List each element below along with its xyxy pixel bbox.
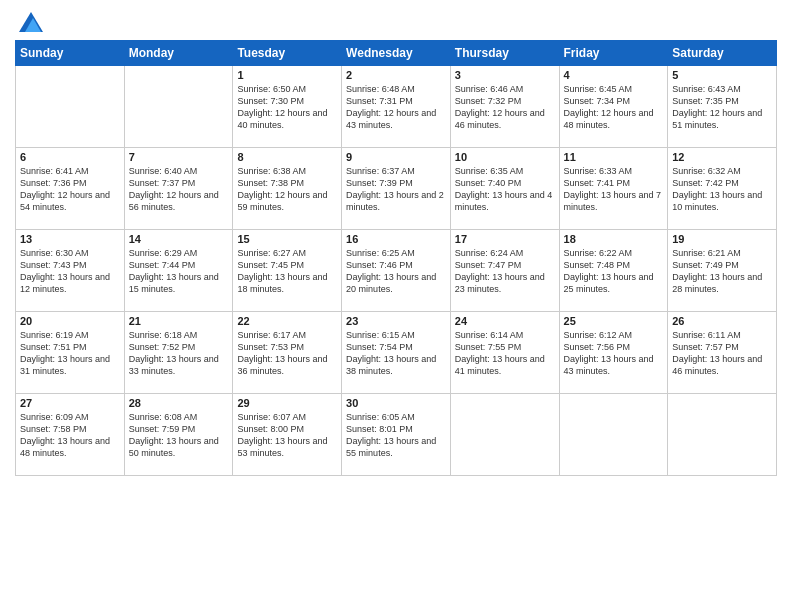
day-info: Sunrise: 6:14 AM Sunset: 7:55 PM Dayligh… — [455, 329, 555, 378]
day-info: Sunrise: 6:43 AM Sunset: 7:35 PM Dayligh… — [672, 83, 772, 132]
calendar-cell: 26Sunrise: 6:11 AM Sunset: 7:57 PM Dayli… — [668, 312, 777, 394]
day-number: 5 — [672, 69, 772, 81]
day-number: 20 — [20, 315, 120, 327]
calendar-cell: 29Sunrise: 6:07 AM Sunset: 8:00 PM Dayli… — [233, 394, 342, 476]
day-info: Sunrise: 6:35 AM Sunset: 7:40 PM Dayligh… — [455, 165, 555, 214]
day-number: 29 — [237, 397, 337, 409]
day-number: 1 — [237, 69, 337, 81]
day-info: Sunrise: 6:45 AM Sunset: 7:34 PM Dayligh… — [564, 83, 664, 132]
day-number: 21 — [129, 315, 229, 327]
day-number: 4 — [564, 69, 664, 81]
day-info: Sunrise: 6:05 AM Sunset: 8:01 PM Dayligh… — [346, 411, 446, 460]
day-number: 15 — [237, 233, 337, 245]
week-row-2: 13Sunrise: 6:30 AM Sunset: 7:43 PM Dayli… — [16, 230, 777, 312]
calendar-cell: 17Sunrise: 6:24 AM Sunset: 7:47 PM Dayli… — [450, 230, 559, 312]
weekday-header-wednesday: Wednesday — [342, 41, 451, 66]
day-number: 28 — [129, 397, 229, 409]
day-number: 14 — [129, 233, 229, 245]
day-number: 10 — [455, 151, 555, 163]
day-info: Sunrise: 6:15 AM Sunset: 7:54 PM Dayligh… — [346, 329, 446, 378]
day-info: Sunrise: 6:38 AM Sunset: 7:38 PM Dayligh… — [237, 165, 337, 214]
weekday-header-friday: Friday — [559, 41, 668, 66]
calendar-cell: 4Sunrise: 6:45 AM Sunset: 7:34 PM Daylig… — [559, 66, 668, 148]
weekday-header-sunday: Sunday — [16, 41, 125, 66]
page: SundayMondayTuesdayWednesdayThursdayFrid… — [0, 0, 792, 612]
header — [15, 10, 777, 32]
calendar-cell: 13Sunrise: 6:30 AM Sunset: 7:43 PM Dayli… — [16, 230, 125, 312]
calendar-cell: 15Sunrise: 6:27 AM Sunset: 7:45 PM Dayli… — [233, 230, 342, 312]
calendar-cell — [16, 66, 125, 148]
calendar-cell: 9Sunrise: 6:37 AM Sunset: 7:39 PM Daylig… — [342, 148, 451, 230]
week-row-1: 6Sunrise: 6:41 AM Sunset: 7:36 PM Daylig… — [16, 148, 777, 230]
calendar-cell: 7Sunrise: 6:40 AM Sunset: 7:37 PM Daylig… — [124, 148, 233, 230]
calendar-cell: 6Sunrise: 6:41 AM Sunset: 7:36 PM Daylig… — [16, 148, 125, 230]
day-info: Sunrise: 6:08 AM Sunset: 7:59 PM Dayligh… — [129, 411, 229, 460]
day-number: 24 — [455, 315, 555, 327]
day-info: Sunrise: 6:48 AM Sunset: 7:31 PM Dayligh… — [346, 83, 446, 132]
day-number: 2 — [346, 69, 446, 81]
calendar-cell: 1Sunrise: 6:50 AM Sunset: 7:30 PM Daylig… — [233, 66, 342, 148]
weekday-header-row: SundayMondayTuesdayWednesdayThursdayFrid… — [16, 41, 777, 66]
day-info: Sunrise: 6:12 AM Sunset: 7:56 PM Dayligh… — [564, 329, 664, 378]
weekday-header-monday: Monday — [124, 41, 233, 66]
calendar-cell: 14Sunrise: 6:29 AM Sunset: 7:44 PM Dayli… — [124, 230, 233, 312]
day-number: 22 — [237, 315, 337, 327]
calendar-cell: 28Sunrise: 6:08 AM Sunset: 7:59 PM Dayli… — [124, 394, 233, 476]
week-row-0: 1Sunrise: 6:50 AM Sunset: 7:30 PM Daylig… — [16, 66, 777, 148]
day-info: Sunrise: 6:21 AM Sunset: 7:49 PM Dayligh… — [672, 247, 772, 296]
day-info: Sunrise: 6:24 AM Sunset: 7:47 PM Dayligh… — [455, 247, 555, 296]
calendar-cell: 20Sunrise: 6:19 AM Sunset: 7:51 PM Dayli… — [16, 312, 125, 394]
calendar-cell — [668, 394, 777, 476]
day-info: Sunrise: 6:50 AM Sunset: 7:30 PM Dayligh… — [237, 83, 337, 132]
day-info: Sunrise: 6:27 AM Sunset: 7:45 PM Dayligh… — [237, 247, 337, 296]
calendar-cell: 25Sunrise: 6:12 AM Sunset: 7:56 PM Dayli… — [559, 312, 668, 394]
calendar-cell: 11Sunrise: 6:33 AM Sunset: 7:41 PM Dayli… — [559, 148, 668, 230]
calendar-cell: 22Sunrise: 6:17 AM Sunset: 7:53 PM Dayli… — [233, 312, 342, 394]
calendar-cell — [124, 66, 233, 148]
calendar-cell — [559, 394, 668, 476]
day-info: Sunrise: 6:40 AM Sunset: 7:37 PM Dayligh… — [129, 165, 229, 214]
calendar-cell: 27Sunrise: 6:09 AM Sunset: 7:58 PM Dayli… — [16, 394, 125, 476]
weekday-header-tuesday: Tuesday — [233, 41, 342, 66]
day-info: Sunrise: 6:25 AM Sunset: 7:46 PM Dayligh… — [346, 247, 446, 296]
calendar-cell: 21Sunrise: 6:18 AM Sunset: 7:52 PM Dayli… — [124, 312, 233, 394]
day-info: Sunrise: 6:41 AM Sunset: 7:36 PM Dayligh… — [20, 165, 120, 214]
day-number: 16 — [346, 233, 446, 245]
calendar: SundayMondayTuesdayWednesdayThursdayFrid… — [15, 40, 777, 476]
calendar-cell: 19Sunrise: 6:21 AM Sunset: 7:49 PM Dayli… — [668, 230, 777, 312]
day-number: 11 — [564, 151, 664, 163]
day-info: Sunrise: 6:07 AM Sunset: 8:00 PM Dayligh… — [237, 411, 337, 460]
day-number: 12 — [672, 151, 772, 163]
calendar-cell: 24Sunrise: 6:14 AM Sunset: 7:55 PM Dayli… — [450, 312, 559, 394]
day-number: 6 — [20, 151, 120, 163]
logo-icon — [19, 12, 43, 32]
day-number: 3 — [455, 69, 555, 81]
day-info: Sunrise: 6:17 AM Sunset: 7:53 PM Dayligh… — [237, 329, 337, 378]
day-info: Sunrise: 6:33 AM Sunset: 7:41 PM Dayligh… — [564, 165, 664, 214]
week-row-4: 27Sunrise: 6:09 AM Sunset: 7:58 PM Dayli… — [16, 394, 777, 476]
calendar-cell — [450, 394, 559, 476]
day-info: Sunrise: 6:32 AM Sunset: 7:42 PM Dayligh… — [672, 165, 772, 214]
calendar-cell: 10Sunrise: 6:35 AM Sunset: 7:40 PM Dayli… — [450, 148, 559, 230]
day-number: 9 — [346, 151, 446, 163]
weekday-header-thursday: Thursday — [450, 41, 559, 66]
day-number: 13 — [20, 233, 120, 245]
day-info: Sunrise: 6:37 AM Sunset: 7:39 PM Dayligh… — [346, 165, 446, 214]
day-number: 26 — [672, 315, 772, 327]
day-number: 17 — [455, 233, 555, 245]
calendar-cell: 12Sunrise: 6:32 AM Sunset: 7:42 PM Dayli… — [668, 148, 777, 230]
day-info: Sunrise: 6:30 AM Sunset: 7:43 PM Dayligh… — [20, 247, 120, 296]
day-info: Sunrise: 6:11 AM Sunset: 7:57 PM Dayligh… — [672, 329, 772, 378]
day-number: 19 — [672, 233, 772, 245]
calendar-cell: 8Sunrise: 6:38 AM Sunset: 7:38 PM Daylig… — [233, 148, 342, 230]
week-row-3: 20Sunrise: 6:19 AM Sunset: 7:51 PM Dayli… — [16, 312, 777, 394]
day-number: 18 — [564, 233, 664, 245]
day-number: 30 — [346, 397, 446, 409]
calendar-cell: 5Sunrise: 6:43 AM Sunset: 7:35 PM Daylig… — [668, 66, 777, 148]
calendar-cell: 2Sunrise: 6:48 AM Sunset: 7:31 PM Daylig… — [342, 66, 451, 148]
day-number: 23 — [346, 315, 446, 327]
weekday-header-saturday: Saturday — [668, 41, 777, 66]
day-number: 8 — [237, 151, 337, 163]
day-info: Sunrise: 6:19 AM Sunset: 7:51 PM Dayligh… — [20, 329, 120, 378]
logo — [15, 10, 43, 32]
